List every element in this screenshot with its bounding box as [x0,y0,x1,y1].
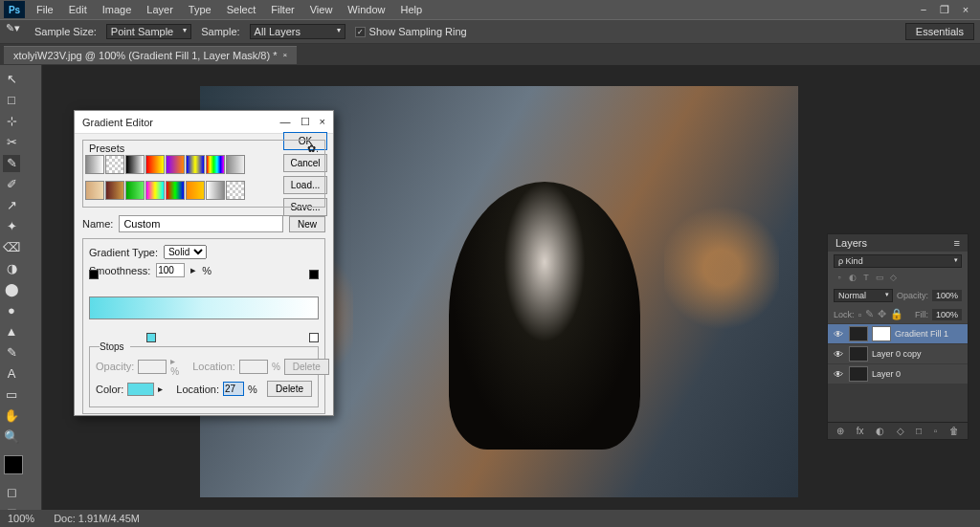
new-layer-icon[interactable]: ▫ [934,426,938,436]
preset-swatch-0[interactable] [85,155,104,174]
layer-row[interactable]: 👁Layer 0 [828,363,968,384]
preset-swatch-13[interactable] [186,181,205,200]
gradient-bar[interactable] [89,296,319,319]
doc-info[interactable]: Doc: 1.91M/4.45M [54,513,140,524]
layer-fx-icon[interactable]: fx [857,426,864,436]
stop-color-swatch[interactable] [127,383,154,396]
visibility-icon[interactable]: 👁 [832,329,845,340]
tool-button-6[interactable]: ↗ [3,197,20,214]
lock-all-icon[interactable]: 🔒 [890,308,903,320]
menu-window[interactable]: Window [340,1,392,18]
tool-button-1[interactable]: □ [3,92,20,109]
menu-type[interactable]: Type [181,1,219,18]
visibility-icon[interactable]: 👁 [832,349,845,360]
preset-swatch-2[interactable] [125,155,145,174]
preset-swatch-3[interactable] [145,155,165,174]
document-tab[interactable]: xtolyiW23V.jpg @ 100% (Gradient Fill 1, … [4,46,297,64]
tool-button-9[interactable]: ◑ [3,260,20,277]
blend-mode-select[interactable]: Normal [834,289,893,302]
preset-swatch-5[interactable] [186,155,205,174]
menu-filter[interactable]: Filter [263,1,301,18]
sample-size-select[interactable]: Point Sample [106,24,191,39]
layer-thumb[interactable] [849,346,868,362]
preset-swatch-4[interactable] [166,155,185,174]
gradient-name-input[interactable] [119,215,283,232]
color-stop-right[interactable] [309,333,319,342]
tool-button-5[interactable]: ✐ [3,176,20,193]
lock-position-icon[interactable]: ✥ [878,308,886,320]
minimize-button[interactable]: − [917,4,930,16]
zoom-level[interactable]: 100% [8,513,34,524]
preset-swatch-9[interactable] [105,181,124,200]
stop-color-location-input[interactable] [223,382,244,396]
menu-select[interactable]: Select [219,1,264,18]
filter-kind-select[interactable]: ρ Kind [834,254,962,268]
new-button[interactable]: New [289,216,325,232]
presets-gear-icon[interactable]: ✿. [307,143,319,155]
layer-group-icon[interactable]: □ [916,426,922,436]
sample-select[interactable]: All Layers [250,24,345,39]
workspace-select[interactable]: Essentials [905,23,974,40]
layer-row[interactable]: 👁Gradient Fill 1 [828,323,968,343]
layer-row[interactable]: 👁Layer 0 copy [828,343,968,363]
dialog-minimize-icon[interactable]: — [280,116,291,128]
layer-thumb[interactable] [849,326,868,341]
delete-color-stop-button[interactable]: Delete [267,381,312,397]
panel-menu-icon[interactable]: ≡ [954,237,960,249]
foreground-swatch[interactable] [4,455,23,474]
menu-view[interactable]: View [302,1,341,18]
opacity-value[interactable]: 100% [932,290,962,301]
mask-thumb[interactable] [872,326,891,341]
lock-transparent-icon[interactable]: ▫ [858,309,862,320]
opacity-stop-left[interactable] [89,270,99,279]
tool-button-0[interactable]: ↖ [3,71,20,88]
filter-smart-icon[interactable]: ◇ [887,273,899,284]
preset-swatch-11[interactable] [145,181,165,200]
tool-button-2[interactable]: ⊹ [3,113,20,130]
preset-swatch-14[interactable] [206,181,225,200]
menu-file[interactable]: File [29,1,61,18]
filter-type-icon[interactable]: T [860,273,872,284]
adjustment-layer-icon[interactable]: ◇ [897,426,904,436]
preset-swatch-12[interactable] [166,181,185,200]
visibility-icon[interactable]: 👁 [832,369,845,380]
menu-layer[interactable]: Layer [139,1,181,18]
tool-button-12[interactable]: ▲ [3,323,20,340]
quick-mask-icon[interactable]: ◻ [3,484,20,501]
delete-layer-icon[interactable]: 🗑 [949,426,959,436]
tool-button-4[interactable]: ✎ [3,155,20,172]
maximize-button[interactable]: ❐ [938,4,951,16]
smoothness-input[interactable] [156,263,185,277]
layer-mask-icon[interactable]: ◐ [876,426,884,436]
tool-button-15[interactable]: ▭ [3,386,20,404]
tool-button-14[interactable]: A [3,365,20,383]
dialog-titlebar[interactable]: Gradient Editor — ☐ × [75,111,333,134]
tool-button-3[interactable]: ✂ [3,134,20,151]
preset-swatch-1[interactable] [105,155,124,174]
color-stop-left[interactable] [146,333,156,342]
tool-button-13[interactable]: ✎ [3,344,20,362]
preset-swatch-6[interactable] [206,155,225,174]
tool-button-7[interactable]: ✦ [3,218,20,235]
preset-swatch-8[interactable] [85,181,104,200]
menu-edit[interactable]: Edit [61,1,95,18]
layer-thumb[interactable] [849,366,868,382]
preset-swatch-7[interactable] [226,155,245,174]
fill-value[interactable]: 100% [932,309,962,320]
opacity-stop-right[interactable] [309,270,319,279]
preset-swatch-15[interactable] [226,181,245,200]
dialog-maximize-icon[interactable]: ☐ [301,116,310,128]
lock-image-icon[interactable]: ✎ [865,308,874,320]
tool-button-17[interactable]: 🔍 [3,428,20,446]
dialog-close-icon[interactable]: × [320,116,325,128]
menu-image[interactable]: Image [95,1,140,18]
tool-button-8[interactable]: ⌫ [3,239,20,256]
filter-pixel-icon[interactable]: ▫ [834,273,845,284]
tool-button-10[interactable]: ⬤ [3,281,20,298]
filter-adjust-icon[interactable]: ◐ [847,273,858,284]
link-layers-icon[interactable]: ⊕ [836,426,844,436]
gradient-type-select[interactable]: Solid [164,245,207,259]
tool-button-11[interactable]: ● [3,302,20,319]
show-ring-checkbox[interactable]: ✓ [355,27,366,37]
menu-help[interactable]: Help [392,1,430,18]
